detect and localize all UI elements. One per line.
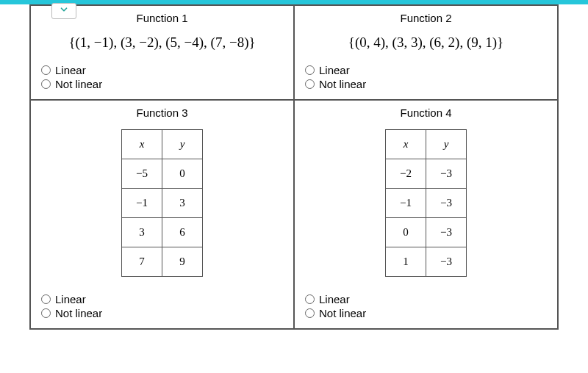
table-row: −1 −3 (386, 189, 467, 218)
f4-linear-label: Linear (319, 293, 350, 305)
function-3-title: Function 3 (41, 106, 283, 119)
cell-y: −3 (426, 218, 467, 247)
cell-x: 3 (122, 218, 162, 247)
function-2-title: Function 2 (305, 12, 547, 24)
f2-notlinear-row[interactable]: Not linear (305, 78, 547, 90)
cell-y: 9 (162, 247, 203, 277)
function-4-options: Linear Not linear (305, 293, 547, 319)
cell-x: 0 (386, 218, 426, 247)
table-row: −1 3 (122, 189, 203, 218)
function-3-table: x y −5 0 −1 3 3 6 7 9 (121, 129, 203, 277)
chevron-down-icon (59, 4, 69, 18)
radio-icon[interactable] (41, 294, 51, 304)
table-row: 1 −3 (386, 247, 467, 277)
function-3-options: Linear Not linear (41, 293, 283, 319)
table-row: 0 −3 (386, 218, 467, 247)
cell-x: 7 (122, 247, 162, 277)
cell-y: −3 (426, 189, 467, 218)
cell-x: −1 (122, 189, 162, 218)
table-row: 3 6 (122, 218, 203, 247)
header-y: y (162, 130, 203, 159)
cell-y: 6 (162, 218, 203, 247)
f3-linear-row[interactable]: Linear (41, 293, 283, 305)
table-row: 7 9 (122, 247, 203, 277)
cell-x: −5 (122, 159, 162, 189)
radio-icon[interactable] (41, 65, 51, 75)
f2-notlinear-label: Not linear (319, 78, 366, 90)
radio-icon[interactable] (305, 65, 315, 75)
header-x: x (122, 130, 162, 159)
function-1-options: Linear Not linear (41, 64, 283, 90)
radio-icon[interactable] (41, 79, 51, 89)
function-4-title: Function 4 (305, 106, 547, 119)
function-2-set: {(0, 4), (3, 3), (6, 2), (9, 1)} (305, 35, 547, 51)
cell-function-3: Function 3 x y −5 0 −1 3 3 6 7 9 (30, 100, 294, 329)
table-header-row: x y (386, 130, 467, 159)
cell-y: 0 (162, 159, 203, 189)
f4-notlinear-label: Not linear (319, 307, 366, 319)
functions-grid: Function 1 {(1, −1), (3, −2), (5, −4), (… (29, 4, 559, 330)
function-2-options: Linear Not linear (305, 64, 547, 90)
radio-icon[interactable] (41, 308, 51, 318)
cell-function-1: Function 1 {(1, −1), (3, −2), (5, −4), (… (30, 5, 294, 100)
f1-notlinear-row[interactable]: Not linear (41, 78, 283, 90)
dropdown-toggle[interactable] (51, 3, 76, 19)
f3-notlinear-label: Not linear (55, 307, 102, 319)
f3-linear-label: Linear (55, 293, 86, 305)
radio-icon[interactable] (305, 294, 315, 304)
table-row: −2 −3 (386, 159, 467, 189)
cell-function-4: Function 4 x y −2 −3 −1 −3 0 −3 1 −3 (294, 100, 558, 329)
cell-x: −2 (386, 159, 426, 189)
f2-linear-label: Linear (319, 64, 350, 76)
f4-notlinear-row[interactable]: Not linear (305, 307, 547, 319)
f2-linear-row[interactable]: Linear (305, 64, 547, 76)
f4-linear-row[interactable]: Linear (305, 293, 547, 305)
cell-x: −1 (386, 189, 426, 218)
table-row: −5 0 (122, 159, 203, 189)
cell-y: 3 (162, 189, 203, 218)
cell-y: −3 (426, 247, 467, 277)
table-header-row: x y (122, 130, 203, 159)
cell-y: −3 (426, 159, 467, 189)
f1-linear-label: Linear (55, 64, 86, 76)
header-x: x (386, 130, 426, 159)
f1-notlinear-label: Not linear (55, 78, 102, 90)
function-1-set: {(1, −1), (3, −2), (5, −4), (7, −8)} (41, 35, 283, 51)
function-4-table: x y −2 −3 −1 −3 0 −3 1 −3 (385, 129, 467, 277)
cell-x: 1 (386, 247, 426, 277)
f1-linear-row[interactable]: Linear (41, 64, 283, 76)
cell-function-2: Function 2 {(0, 4), (3, 3), (6, 2), (9, … (294, 5, 558, 100)
radio-icon[interactable] (305, 79, 315, 89)
header-y: y (426, 130, 467, 159)
radio-icon[interactable] (305, 308, 315, 318)
function-1-title: Function 1 (41, 12, 283, 24)
f3-notlinear-row[interactable]: Not linear (41, 307, 283, 319)
